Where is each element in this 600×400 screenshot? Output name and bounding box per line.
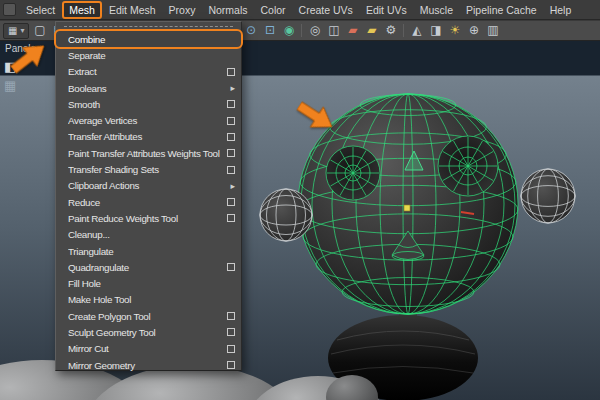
menubar-item-help[interactable]: Help <box>544 2 578 18</box>
menu-item-mirror-geometry[interactable]: Mirror Geometry <box>56 357 241 373</box>
light-icon[interactable]: ☀ <box>446 22 463 39</box>
selection-mask-icon: ▦ <box>8 25 17 36</box>
menu-item-quadrangulate[interactable]: Quadrangulate <box>56 259 241 275</box>
menu-item-label: Extract <box>68 66 223 77</box>
menu-item-triangulate[interactable]: Triangulate <box>56 243 241 259</box>
menu-item-paint-transfer-attributes-weights-tool[interactable]: Paint Transfer Attributes Weights Tool <box>56 145 241 161</box>
render-settings-icon[interactable]: ⚙ <box>382 22 399 39</box>
menu-item-transfer-shading-sets[interactable]: Transfer Shading Sets <box>56 161 241 177</box>
menu-item-label: Paint Transfer Attributes Weights Tool <box>68 148 223 159</box>
toolbar-separator <box>403 24 404 37</box>
menu-item-fill-hole[interactable]: Fill Hole <box>56 275 241 291</box>
option-box-icon[interactable] <box>227 166 235 174</box>
menu-item-label: Average Vertices <box>68 115 223 126</box>
menubar-item-muscle[interactable]: Muscle <box>414 2 459 18</box>
right-ear[interactable] <box>521 169 575 223</box>
menu-item-label: Smooth <box>68 99 223 110</box>
menu-item-label: Fill Hole <box>68 278 235 289</box>
menubar-item-color[interactable]: Color <box>255 2 292 18</box>
menu-item-label: Quadrangulate <box>68 262 223 273</box>
menu-item-clipboard-actions[interactable]: Clipboard Actions ▸ <box>56 178 241 194</box>
maya-window: Select Mesh Edit Mesh Proxy Normals Colo… <box>0 0 600 400</box>
menu-item-label: Paint Reduce Weights Tool <box>68 213 223 224</box>
right-eye[interactable] <box>438 136 498 196</box>
menu-item-label: Make Hole Tool <box>68 294 235 305</box>
selection-mask-dropdown[interactable]: ▦ ▾ <box>3 23 29 39</box>
menubar-item-select[interactable]: Select <box>20 2 61 18</box>
menubar-item-edit-mesh[interactable]: Edit Mesh <box>103 2 162 18</box>
paint-effects-icon[interactable]: ◭ <box>408 22 425 39</box>
menu-item-label: Combine <box>68 34 235 45</box>
option-box-icon[interactable] <box>227 345 235 353</box>
menu-item-combine[interactable]: Combine <box>56 31 241 47</box>
construction-history-icon[interactable]: ◎ <box>306 22 323 39</box>
menu-item-label: Clipboard Actions <box>68 180 226 191</box>
open-render-view-icon[interactable]: ◫ <box>325 22 342 39</box>
option-box-icon[interactable] <box>227 117 235 125</box>
submenu-arrow-icon: ▸ <box>230 83 235 93</box>
hypershade-icon[interactable]: ◨ <box>427 22 444 39</box>
main-menubar: Select Mesh Edit Mesh Proxy Normals Colo… <box>0 0 600 20</box>
snap-to-point-icon[interactable]: ⊙ <box>242 22 259 39</box>
menubar-item-pipeline-cache[interactable]: Pipeline Cache <box>460 2 543 18</box>
menubar-item-edit-uvs[interactable]: Edit UVs <box>360 2 413 18</box>
render-current-frame-icon[interactable]: ▰ <box>344 22 361 39</box>
app-icon <box>3 3 16 16</box>
menubar-item-create-uvs[interactable]: Create UVs <box>293 2 359 18</box>
menu-item-make-hole-tool[interactable]: Make Hole Tool <box>56 292 241 308</box>
menu-item-sculpt-geometry-tool[interactable]: Sculpt Geometry Tool <box>56 324 241 340</box>
script-editor-icon[interactable]: ▥ <box>484 22 501 39</box>
ipr-render-icon[interactable]: ▰ <box>363 22 380 39</box>
make-live-icon[interactable]: ◉ <box>280 22 297 39</box>
option-box-icon[interactable] <box>227 312 235 320</box>
menu-item-paint-reduce-weights-tool[interactable]: Paint Reduce Weights Tool <box>56 210 241 226</box>
snap-to-view-plane-icon[interactable]: ⊡ <box>261 22 278 39</box>
menubar-item-mesh[interactable]: Mesh <box>62 1 102 19</box>
option-box-icon[interactable] <box>227 133 235 141</box>
menu-tearoff-handle[interactable] <box>64 26 233 30</box>
menu-item-extract[interactable]: Extract <box>56 64 241 80</box>
option-box-icon[interactable] <box>227 361 235 369</box>
menu-item-reduce[interactable]: Reduce <box>56 194 241 210</box>
menu-item-label: Cleanup... <box>68 229 235 240</box>
menu-item-label: Sculpt Geometry Tool <box>68 327 223 338</box>
menu-item-label: Transfer Attributes <box>68 131 223 142</box>
menu-item-label: Booleans <box>68 83 226 94</box>
menu-item-label: Separate <box>68 50 235 61</box>
option-box-icon[interactable] <box>227 214 235 222</box>
menu-item-label: Create Polygon Tool <box>68 311 223 322</box>
option-box-icon[interactable] <box>227 198 235 206</box>
toolbar-separator <box>301 24 302 37</box>
option-box-icon[interactable] <box>227 100 235 108</box>
option-box-icon[interactable] <box>227 328 235 336</box>
menu-item-label: Reduce <box>68 197 223 208</box>
menu-item-transfer-attributes[interactable]: Transfer Attributes <box>56 129 241 145</box>
menu-item-separate[interactable]: Separate <box>56 47 241 63</box>
menu-item-booleans[interactable]: Booleans ▸ <box>56 80 241 96</box>
menu-item-average-vertices[interactable]: Average Vertices <box>56 112 241 128</box>
option-box-icon[interactable] <box>227 263 235 271</box>
menu-item-create-polygon-tool[interactable]: Create Polygon Tool <box>56 308 241 324</box>
menu-item-label: Mirror Cut <box>68 343 223 354</box>
left-ear[interactable] <box>260 189 312 241</box>
menubar-item-proxy[interactable]: Proxy <box>163 2 202 18</box>
show-manipulator-icon[interactable]: ⊕ <box>465 22 482 39</box>
left-eye[interactable] <box>326 146 380 200</box>
option-box-icon[interactable] <box>227 68 235 76</box>
option-box-icon[interactable] <box>227 149 235 157</box>
wireframe-cube-icon[interactable]: ▦ <box>4 78 20 94</box>
menu-item-cleanup[interactable]: Cleanup... <box>56 227 241 243</box>
menu-item-label: Mirror Geometry <box>68 360 223 371</box>
menubar-item-normals[interactable]: Normals <box>202 2 253 18</box>
chevron-down-icon: ▾ <box>20 26 24 35</box>
menu-item-smooth[interactable]: Smooth <box>56 96 241 112</box>
menu-item-label: Triangulate <box>68 246 235 257</box>
mesh-menu-dropdown: Combine Separate Extract Booleans ▸ Smoo… <box>55 21 242 371</box>
menu-item-mirror-cut[interactable]: Mirror Cut <box>56 341 241 357</box>
submenu-arrow-icon: ▸ <box>230 181 235 191</box>
menu-item-label: Transfer Shading Sets <box>68 164 223 175</box>
